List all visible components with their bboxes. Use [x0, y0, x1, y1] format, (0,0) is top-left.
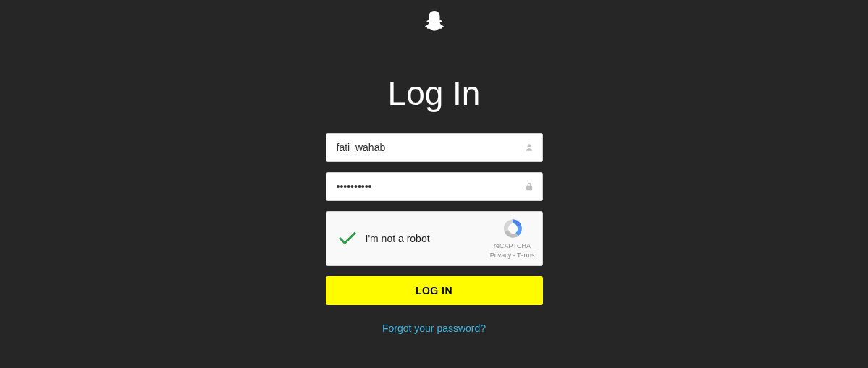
checkmark-icon	[337, 228, 358, 249]
user-icon	[524, 142, 534, 153]
recaptcha-terms-link[interactable]: Terms	[517, 252, 535, 259]
login-button[interactable]: LOG IN	[326, 276, 543, 305]
recaptcha-label: I'm not a robot	[366, 233, 490, 244]
recaptcha-widget[interactable]: I'm not a robot reCAPTCHA Privacy - Term…	[326, 211, 543, 266]
ghost-icon	[421, 9, 447, 35]
recaptcha-brand-text: reCAPTCHA	[494, 241, 531, 251]
recaptcha-privacy-link[interactable]: Privacy	[490, 252, 512, 259]
password-input[interactable]	[326, 172, 543, 201]
page-title: Log In	[388, 74, 481, 113]
username-input[interactable]	[326, 133, 543, 162]
forgot-password-link[interactable]: Forgot your password?	[326, 322, 543, 334]
lock-icon	[524, 181, 534, 192]
login-form: I'm not a robot reCAPTCHA Privacy - Term…	[326, 133, 543, 334]
snapchat-logo	[421, 9, 447, 38]
recaptcha-icon	[501, 217, 524, 240]
password-row	[326, 172, 543, 201]
recaptcha-branding: reCAPTCHA Privacy - Terms	[490, 217, 535, 260]
username-row	[326, 133, 543, 162]
